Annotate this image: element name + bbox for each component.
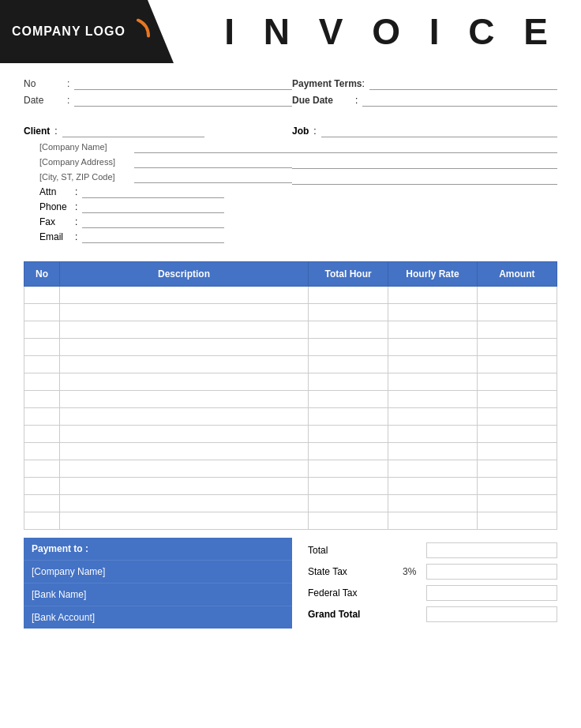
table-row[interactable] [24, 373, 557, 391]
cell-0-4[interactable] [477, 287, 557, 304]
cell-9-0[interactable] [24, 443, 60, 460]
federal-tax-value[interactable] [426, 585, 557, 601]
cell-1-3[interactable] [388, 304, 478, 321]
cell-7-2[interactable] [309, 408, 388, 426]
cell-4-1[interactable] [60, 356, 309, 373]
cell-4-4[interactable] [477, 356, 557, 373]
fax-value[interactable] [82, 216, 224, 228]
cell-4-0[interactable] [24, 356, 60, 373]
cell-6-3[interactable] [388, 391, 478, 408]
cell-0-3[interactable] [388, 287, 478, 304]
state-tax-value[interactable] [426, 564, 557, 580]
cell-8-4[interactable] [477, 426, 557, 443]
cell-12-2[interactable] [309, 495, 388, 512]
table-row[interactable] [24, 478, 557, 495]
cell-13-3[interactable] [388, 512, 478, 530]
cell-6-4[interactable] [477, 391, 557, 408]
cell-3-2[interactable] [309, 339, 388, 356]
cell-2-2[interactable] [309, 321, 388, 339]
total-value[interactable] [426, 542, 557, 558]
cell-5-1[interactable] [60, 373, 309, 391]
cell-0-0[interactable] [24, 287, 60, 304]
cell-1-4[interactable] [477, 304, 557, 321]
cell-4-2[interactable] [309, 356, 388, 373]
cell-9-2[interactable] [309, 443, 388, 460]
cell-2-0[interactable] [24, 321, 60, 339]
cell-8-2[interactable] [309, 426, 388, 443]
cell-9-4[interactable] [477, 443, 557, 460]
attn-value[interactable] [82, 186, 224, 198]
payment-terms-value[interactable] [369, 77, 557, 90]
cell-2-4[interactable] [477, 321, 557, 339]
email-value[interactable] [82, 231, 224, 243]
table-row[interactable] [24, 304, 557, 321]
cell-5-2[interactable] [309, 373, 388, 391]
cell-9-1[interactable] [60, 443, 309, 460]
cell-1-0[interactable] [24, 304, 60, 321]
cell-1-1[interactable] [60, 304, 309, 321]
client-job-section: Client : [Company Name] [Company Address… [0, 117, 581, 253]
cell-13-2[interactable] [309, 512, 388, 530]
cell-12-3[interactable] [388, 495, 478, 512]
table-row[interactable] [24, 391, 557, 408]
cell-10-0[interactable] [24, 460, 60, 478]
grand-total-value[interactable] [426, 606, 557, 622]
no-value[interactable] [74, 77, 292, 90]
cell-12-0[interactable] [24, 495, 60, 512]
cell-7-4[interactable] [477, 408, 557, 426]
cell-5-4[interactable] [477, 373, 557, 391]
cell-4-3[interactable] [388, 356, 478, 373]
cell-10-3[interactable] [388, 460, 478, 478]
job-value-1[interactable] [321, 125, 557, 137]
cell-5-3[interactable] [388, 373, 478, 391]
cell-2-1[interactable] [60, 321, 309, 339]
cell-0-2[interactable] [309, 287, 388, 304]
cell-6-0[interactable] [24, 391, 60, 408]
cell-8-3[interactable] [388, 426, 478, 443]
table-row[interactable] [24, 408, 557, 426]
table-row[interactable] [24, 495, 557, 512]
cell-7-1[interactable] [60, 408, 309, 426]
cell-8-1[interactable] [60, 426, 309, 443]
cell-3-0[interactable] [24, 339, 60, 356]
cell-6-1[interactable] [60, 391, 309, 408]
cell-13-0[interactable] [24, 512, 60, 530]
table-row[interactable] [24, 287, 557, 304]
cell-10-2[interactable] [309, 460, 388, 478]
table-row[interactable] [24, 339, 557, 356]
cell-3-3[interactable] [388, 339, 478, 356]
cell-13-4[interactable] [477, 512, 557, 530]
cell-6-2[interactable] [309, 391, 388, 408]
cell-3-4[interactable] [477, 339, 557, 356]
cell-2-3[interactable] [388, 321, 478, 339]
cell-13-1[interactable] [60, 512, 309, 530]
cell-10-1[interactable] [60, 460, 309, 478]
cell-12-1[interactable] [60, 495, 309, 512]
cell-5-0[interactable] [24, 373, 60, 391]
cell-11-1[interactable] [60, 478, 309, 495]
client-name-value[interactable] [62, 125, 204, 137]
date-value[interactable] [74, 94, 292, 107]
cell-3-1[interactable] [60, 339, 309, 356]
cell-11-3[interactable] [388, 478, 478, 495]
phone-value[interactable] [82, 201, 224, 213]
table-row[interactable] [24, 512, 557, 530]
cell-9-3[interactable] [388, 443, 478, 460]
cell-7-3[interactable] [388, 408, 478, 426]
cell-7-0[interactable] [24, 408, 60, 426]
table-row[interactable] [24, 356, 557, 373]
cell-11-0[interactable] [24, 478, 60, 495]
table-row[interactable] [24, 426, 557, 443]
city-zip-line [134, 171, 292, 183]
cell-12-4[interactable] [477, 495, 557, 512]
table-row[interactable] [24, 443, 557, 460]
cell-0-1[interactable] [60, 287, 309, 304]
due-date-value[interactable] [362, 94, 557, 107]
table-row[interactable] [24, 460, 557, 478]
cell-10-4[interactable] [477, 460, 557, 478]
cell-11-2[interactable] [309, 478, 388, 495]
table-row[interactable] [24, 321, 557, 339]
cell-1-2[interactable] [309, 304, 388, 321]
cell-11-4[interactable] [477, 478, 557, 495]
cell-8-0[interactable] [24, 426, 60, 443]
